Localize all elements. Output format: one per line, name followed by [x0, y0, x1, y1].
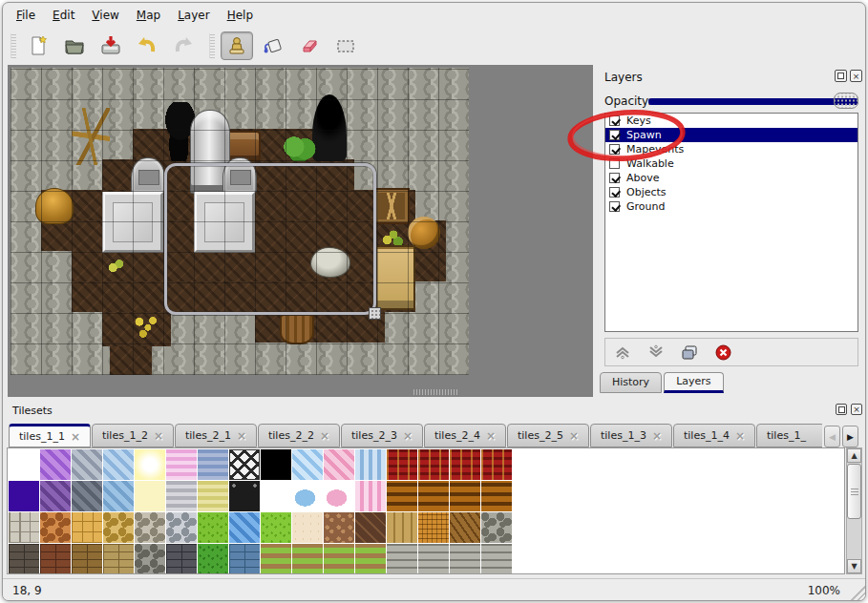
palette-tile[interactable]: [72, 481, 102, 511]
scroll-down-icon[interactable]: ▼: [847, 559, 861, 573]
palette-tile[interactable]: [450, 544, 480, 574]
menu-view[interactable]: View: [92, 9, 118, 22]
palette-tile[interactable]: [292, 544, 323, 574]
palette-tile[interactable]: [135, 512, 165, 543]
map-viewport[interactable]: [8, 65, 593, 397]
palette-tile[interactable]: [198, 544, 228, 574]
palette-tile[interactable]: [103, 512, 134, 543]
layer-row-spawn[interactable]: Spawn: [605, 128, 857, 142]
palette-tile[interactable]: [450, 481, 480, 511]
toolbar-handle[interactable]: [209, 33, 215, 58]
menu-file[interactable]: File: [16, 9, 35, 22]
map-splitter-handle[interactable]: [413, 389, 457, 395]
menu-edit[interactable]: Edit: [53, 9, 74, 22]
palette-tile[interactable]: [355, 449, 386, 480]
palette-tile[interactable]: [166, 512, 197, 543]
palette-tile[interactable]: [198, 449, 228, 480]
select-tool-button[interactable]: [329, 31, 362, 60]
layer-row-ground[interactable]: Ground: [605, 199, 857, 214]
menu-layer[interactable]: Layer: [178, 9, 209, 22]
palette-tile[interactable]: [9, 512, 39, 543]
palette-tile[interactable]: [229, 449, 260, 480]
tab-close-icon[interactable]: ×: [403, 429, 413, 443]
palette-tile[interactable]: [9, 481, 39, 511]
layer-row-walkable[interactable]: Walkable: [605, 156, 857, 171]
palette-tile[interactable]: [9, 544, 39, 574]
layer-visibility-checkbox[interactable]: [609, 115, 620, 126]
layer-visibility-checkbox[interactable]: [609, 173, 620, 183]
redo-button[interactable]: [167, 31, 200, 60]
palette-tile[interactable]: [72, 544, 102, 574]
palette-tile[interactable]: [103, 449, 134, 480]
float-panel-icon[interactable]: [836, 404, 847, 415]
tileset-tab-tiles_1_[interactable]: tiles_1_: [756, 424, 822, 447]
palette-tile[interactable]: [355, 544, 386, 574]
save-map-button[interactable]: [95, 31, 127, 60]
menu-map[interactable]: Map: [137, 9, 160, 22]
opacity-slider-track[interactable]: [648, 98, 858, 105]
tab-history[interactable]: History: [600, 372, 662, 393]
palette-tile[interactable]: [418, 481, 449, 511]
palette-tile[interactable]: [261, 481, 291, 511]
palette-tile[interactable]: [166, 544, 197, 574]
palette-tile[interactable]: [418, 512, 449, 543]
tileset-tab-tiles_2_3[interactable]: tiles_2_3×: [341, 424, 423, 447]
resize-grip[interactable]: [850, 585, 865, 600]
tileset-tab-tiles_2_1[interactable]: tiles_2_1×: [175, 424, 257, 447]
tab-scroll-left-icon[interactable]: ◀: [824, 426, 840, 447]
toolbar-handle[interactable]: [11, 33, 16, 58]
open-map-button[interactable]: [58, 31, 91, 60]
palette-tile[interactable]: [481, 544, 512, 574]
palette-tile[interactable]: [166, 481, 197, 511]
stamp-tool-button[interactable]: [221, 31, 253, 60]
palette-tile[interactable]: [40, 544, 71, 574]
menu-help[interactable]: Help: [227, 9, 253, 22]
palette-tile[interactable]: [418, 544, 449, 574]
raise-layer-button[interactable]: [613, 343, 632, 361]
tileset-tab-tiles_1_3[interactable]: tiles_1_3×: [590, 424, 672, 447]
tab-close-icon[interactable]: ×: [237, 429, 246, 443]
palette-tile[interactable]: [40, 512, 71, 543]
palette-tile[interactable]: [387, 481, 417, 511]
fill-tool-button[interactable]: [257, 31, 289, 60]
palette-tile[interactable]: [40, 449, 71, 480]
palette-tile[interactable]: [135, 449, 165, 480]
palette-tile[interactable]: [481, 449, 512, 480]
palette-tile[interactable]: [261, 449, 291, 480]
tileset-tab-tiles_2_2[interactable]: tiles_2_2×: [258, 424, 340, 447]
tab-close-icon[interactable]: ×: [569, 429, 579, 443]
palette-tile[interactable]: [40, 481, 71, 511]
tab-scroll-right-icon[interactable]: ▶: [842, 426, 858, 447]
new-map-button[interactable]: [22, 31, 54, 60]
palette-tile[interactable]: [450, 512, 480, 543]
palette-tile[interactable]: [387, 449, 417, 480]
palette-tile[interactable]: [450, 449, 480, 480]
palette-tile[interactable]: [103, 544, 134, 574]
palette-tile[interactable]: [481, 481, 512, 511]
tileset-tab-tiles_2_4[interactable]: tiles_2_4×: [424, 424, 506, 447]
palette-tile[interactable]: [324, 449, 354, 480]
palette-tile[interactable]: [324, 481, 354, 511]
close-panel-icon[interactable]: ×: [850, 70, 862, 82]
tileset-tab-tiles_1_1[interactable]: tiles_1_1×: [9, 424, 91, 447]
tab-layers[interactable]: Layers: [664, 372, 723, 393]
opacity-slider-handle[interactable]: [834, 93, 858, 109]
map-selection-rect[interactable]: [164, 163, 376, 315]
tab-close-icon[interactable]: ×: [71, 430, 80, 444]
palette-tile[interactable]: [355, 512, 386, 543]
float-panel-icon[interactable]: [835, 70, 847, 82]
layer-visibility-checkbox[interactable]: [609, 201, 620, 212]
tab-close-icon[interactable]: ×: [652, 429, 662, 443]
scrollbar-thumb[interactable]: [847, 464, 861, 519]
palette-tile[interactable]: [103, 481, 134, 511]
map-canvas[interactable]: [11, 68, 469, 375]
tileset-palette[interactable]: [7, 447, 845, 574]
tileset-tab-tiles_2_5[interactable]: tiles_2_5×: [507, 424, 589, 447]
palette-tile[interactable]: [72, 512, 102, 543]
palette-tile[interactable]: [292, 512, 323, 543]
layer-row-mapevents[interactable]: Mapevents: [605, 142, 857, 156]
layer-visibility-checkbox[interactable]: [609, 130, 620, 140]
palette-tile[interactable]: [229, 544, 260, 574]
eraser-tool-button[interactable]: [293, 31, 326, 60]
layer-row-objects[interactable]: Objects: [605, 185, 857, 199]
